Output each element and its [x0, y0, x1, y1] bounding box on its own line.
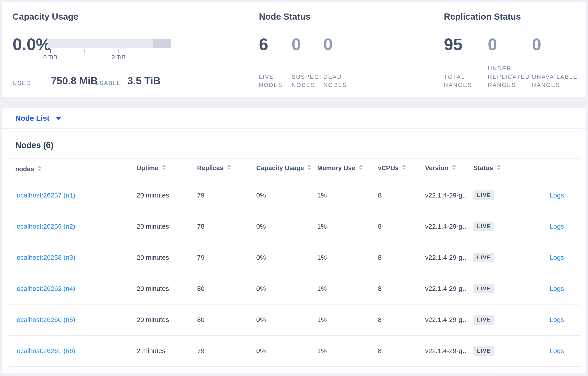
- used-label: USED: [13, 80, 31, 86]
- metric-label: LIVE NODES: [259, 73, 290, 89]
- capacity-usage-cell: 0%: [250, 335, 311, 366]
- memory-use-cell: 1%: [311, 335, 371, 366]
- sort-arrows-icon: [359, 165, 363, 170]
- vcpus-cell: 8: [371, 335, 419, 366]
- vcpus-cell: 8: [371, 180, 419, 211]
- dead-nodes-metric: 0 DEAD NODES: [323, 2, 354, 97]
- sort-arrows-icon: [227, 165, 231, 170]
- logs-link[interactable]: Logs: [550, 254, 564, 261]
- status-cell: LIVE: [467, 304, 521, 335]
- status-badge: LIVE: [473, 190, 494, 200]
- logs-cell: Logs: [521, 211, 580, 242]
- node-table-row: localhost:26260 (n5)20 minutes800%1%8v22…: [9, 304, 580, 335]
- status-badge: LIVE: [473, 284, 494, 293]
- memory-use-cell: 1%: [311, 242, 371, 273]
- metric-value: 95: [444, 35, 463, 54]
- version-cell: v22.1.4-29-g…: [419, 273, 467, 304]
- logs-link[interactable]: Logs: [550, 223, 564, 230]
- cluster-overview-page: Capacity Usage 0.0% 0 TiB2 TiB USED 750.…: [0, 0, 588, 373]
- status-cell: LIVE: [467, 180, 521, 211]
- column-header-status[interactable]: Status: [467, 159, 521, 180]
- under-replicated-ranges-metric: 0 UNDER-REPLICATED RANGES: [488, 2, 535, 97]
- capacity-bar-reserved-segment: [153, 39, 171, 48]
- column-header-label: vCPUs: [378, 164, 399, 174]
- metric-label: UNAVAILABLE RANGES: [532, 73, 584, 89]
- vcpus-cell: 8: [371, 242, 419, 273]
- node-link[interactable]: localhost:26259 (n2): [15, 223, 75, 230]
- node-address-cell: localhost:26261 (n6): [9, 335, 130, 366]
- memory-use-cell: 1%: [311, 180, 371, 211]
- table-body: localhost:26257 (n1)20 minutes790%1%8v22…: [9, 180, 580, 366]
- logs-link[interactable]: Logs: [550, 285, 564, 292]
- metric-value: 0: [532, 35, 541, 54]
- capacity-usage-cell: 0%: [250, 304, 311, 335]
- capacity-usage-title: Capacity Usage: [13, 12, 78, 21]
- node-link[interactable]: localhost:26262 (n4): [15, 285, 75, 292]
- node-address-cell: localhost:26260 (n5): [9, 304, 130, 335]
- metric-value: 0: [488, 35, 497, 54]
- column-header-capacity[interactable]: Capacity Usage: [250, 159, 311, 180]
- node-table-row: localhost:26258 (n3)20 minutes790%1%8v22…: [9, 242, 580, 273]
- capacity-bar-tick: [84, 49, 85, 53]
- status-badge: LIVE: [473, 315, 494, 324]
- logs-cell: Logs: [521, 273, 580, 304]
- metric-value: 0: [292, 35, 301, 54]
- status-badge: LIVE: [473, 346, 494, 356]
- node-address-cell: localhost:26262 (n4): [9, 273, 130, 304]
- logs-cell: Logs: [521, 242, 580, 273]
- column-header-vcpus[interactable]: vCPUs: [371, 159, 419, 180]
- metric-label: DEAD NODES: [323, 73, 354, 89]
- column-header-logs: [521, 159, 580, 180]
- memory-use-cell: 1%: [311, 273, 371, 304]
- version-cell: v22.1.4-29-g…: [419, 304, 467, 335]
- capacity-usage-cell: 0%: [250, 242, 311, 273]
- metric-label: SUSPECT NODES: [292, 73, 326, 89]
- logs-link[interactable]: Logs: [550, 316, 564, 323]
- metric-label: UNDER-REPLICATED RANGES: [488, 64, 535, 89]
- capacity-usage-cell: 0%: [250, 273, 311, 304]
- sort-arrows-icon: [452, 165, 456, 170]
- column-header-version[interactable]: Version: [419, 159, 467, 180]
- logs-cell: Logs: [521, 180, 580, 211]
- capacity-percent: 0.0%: [13, 35, 51, 54]
- column-header-memory[interactable]: Memory Use: [311, 159, 371, 180]
- node-list-dropdown[interactable]: Node List: [2, 108, 586, 128]
- node-list-dropdown-label: Node List: [15, 114, 49, 123]
- total-ranges-metric: 95 TOTAL RANGES: [444, 2, 480, 97]
- node-link[interactable]: localhost:26261 (n6): [15, 347, 75, 354]
- column-header-label: Memory Use: [317, 164, 355, 174]
- column-header-label: Replicas: [197, 164, 223, 174]
- version-cell: v22.1.4-29-g…: [419, 211, 467, 242]
- logs-link[interactable]: Logs: [550, 191, 564, 199]
- status-badge: LIVE: [473, 253, 494, 262]
- node-link[interactable]: localhost:26260 (n5): [15, 316, 75, 323]
- node-link[interactable]: localhost:26257 (n1): [15, 191, 75, 199]
- metric-value: 6: [259, 35, 268, 54]
- status-cell: LIVE: [467, 335, 521, 366]
- version-cell: v22.1.4-29-g…: [419, 242, 467, 273]
- node-link[interactable]: localhost:26258 (n3): [15, 254, 75, 261]
- capacity-usage-cell: 0%: [250, 211, 311, 242]
- logs-cell: Logs: [521, 304, 580, 335]
- chevron-down-icon: [56, 117, 61, 120]
- capacity-usage-cell: 0%: [250, 180, 311, 211]
- uptime-cell: 20 minutes: [130, 242, 190, 273]
- memory-use-cell: 1%: [311, 304, 371, 335]
- live-nodes-metric: 6 LIVE NODES: [259, 2, 290, 97]
- replicas-cell: 79: [190, 242, 250, 273]
- usable-label: USABLE: [95, 80, 121, 86]
- replicas-cell: 79: [190, 180, 250, 211]
- suspect-nodes-metric: 0 SUSPECT NODES: [292, 2, 326, 97]
- column-header-replicas[interactable]: Replicas: [190, 159, 250, 180]
- capacity-bar-tick: [118, 49, 119, 53]
- node-address-cell: localhost:26258 (n3): [9, 242, 130, 273]
- column-header-uptime[interactable]: Uptime: [130, 159, 190, 180]
- status-cell: LIVE: [467, 273, 521, 304]
- vcpus-cell: 8: [371, 304, 419, 335]
- capacity-bar-tick: [153, 49, 153, 53]
- logs-link[interactable]: Logs: [550, 347, 564, 354]
- column-header-address[interactable]: nodes: [9, 159, 130, 180]
- nodes-title: Nodes (6): [15, 140, 573, 150]
- nodes-card: Nodes (6) nodesUptimeReplicasCapacity Us…: [2, 129, 586, 373]
- column-header-label: Capacity Usage: [256, 164, 304, 174]
